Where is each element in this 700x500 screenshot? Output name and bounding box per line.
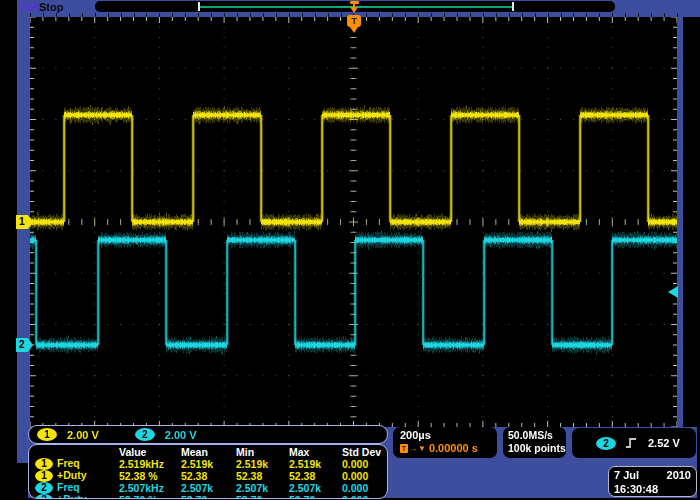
waveform-display <box>30 17 677 427</box>
timebase-readout[interactable]: 200µs T → ▼ 0.00000 s <box>393 427 497 458</box>
trigger-readout[interactable]: 2 2.52 V <box>572 428 696 458</box>
trigger-position-marker-icon[interactable] <box>348 0 360 13</box>
arrow-right-icon: → <box>409 442 417 455</box>
sample-rate: 50.0MS/s <box>508 429 566 442</box>
channel2-badge: 2 <box>35 482 53 494</box>
measurement-table: Value Mean Min Max Std Dev 1Freq 2.519kH… <box>28 444 388 499</box>
date-day-month: 7 Jul <box>614 468 639 482</box>
rising-slope-icon <box>625 436 638 450</box>
channel1-badge[interactable]: 1 <box>37 428 57 441</box>
trigger-level-value: 2.52 V <box>648 437 680 449</box>
acquisition-readout[interactable]: 50.0MS/s 100k points <box>503 427 566 458</box>
record-length: 100k points <box>508 442 566 455</box>
trigger-flag-icon: T <box>400 444 408 453</box>
channel1-badge: 1 <box>35 458 53 470</box>
timebase-scale: 200µs <box>400 429 497 442</box>
col-mean: Mean <box>181 447 236 458</box>
channel2-scale[interactable]: 2.00 V <box>165 429 197 441</box>
time-value: 16:30:48 <box>614 482 691 496</box>
measurement-row: 2Freq 2.507kHz2.507k 2.507k2.507k 0.000 <box>35 482 388 494</box>
channel1-badge: 1 <box>35 470 53 482</box>
measurement-row: 1+Duty 52.38 %52.38 52.3852.38 0.000 <box>35 470 388 482</box>
channel1-scale[interactable]: 2.00 V <box>67 429 99 441</box>
trigger-point-flag[interactable]: T <box>347 15 361 33</box>
trigger-source-badge: 2 <box>596 437 616 450</box>
trigger-position-value: 0.00000 s <box>429 442 478 455</box>
col-stddev: Std Dev <box>342 447 388 458</box>
measurement-row: 1Freq 2.519kHz2.519k 2.519k2.519k 0.000 <box>35 458 388 470</box>
trigger-position-readout: T → ▼ 0.00000 s <box>400 442 497 455</box>
col-max: Max <box>289 447 342 458</box>
tek-logo: Tek <box>19 0 39 14</box>
measurement-header-row: Value Mean Min Max Std Dev <box>35 447 388 458</box>
channel2-badge[interactable]: 2 <box>135 428 155 441</box>
col-value: Value <box>119 447 181 458</box>
col-min: Min <box>236 447 289 458</box>
left-frame-bar <box>17 13 30 463</box>
oscilloscope-screen: Tek Stop T 1 2 1 2.00 V 2 2.00 V <box>0 0 700 500</box>
channel-scale-readout[interactable]: 1 2.00 V 2 2.00 V <box>28 425 388 444</box>
record-window-bracket-right <box>512 2 514 11</box>
date-year: 2010 <box>667 468 691 482</box>
triangle-down-icon: ▼ <box>418 442 426 455</box>
acquisition-status: Stop <box>39 1 63 13</box>
measurement-row: 2+Duty 52.70 %52.70 52.7052.70 0.000 <box>35 494 388 499</box>
right-frame-bar <box>677 17 683 427</box>
channel2-badge: 2 <box>35 494 53 499</box>
datetime-readout: 7 Jul 2010 16:30:48 <box>608 466 697 497</box>
